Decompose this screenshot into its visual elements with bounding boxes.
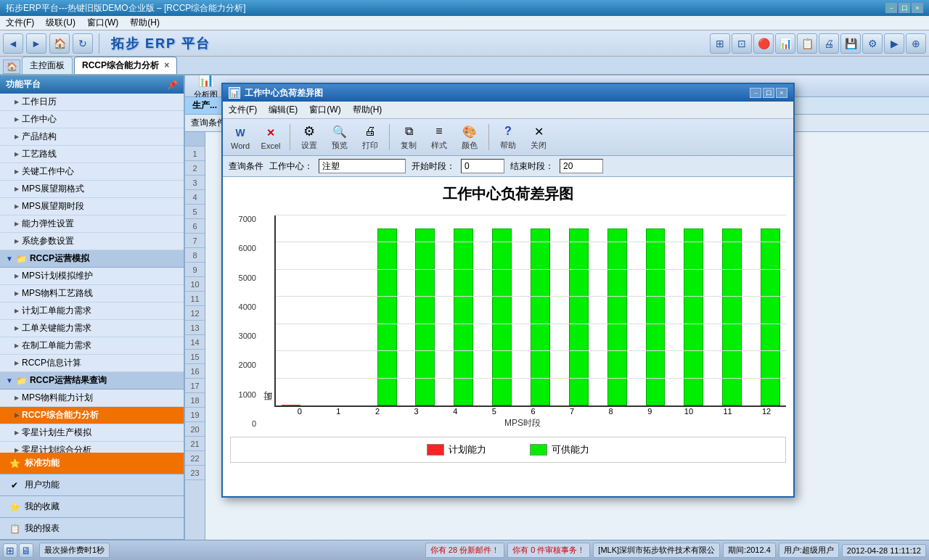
icon-btn-4[interactable]: 📊 (775, 33, 795, 54)
query-section-label: 查询条件 (229, 160, 263, 173)
maximize-button[interactable]: 口 (899, 3, 910, 13)
icon-btn-6[interactable]: 🖨 (819, 33, 839, 54)
tab-main[interactable]: 主控面板 (22, 57, 73, 74)
bar-avail-8 (607, 228, 627, 405)
sidebar-item-key-workcenter[interactable]: ▶关键工作中心 (0, 163, 184, 181)
sidebar-item-mps-bom[interactable]: ▶MPS物料工艺路线 (0, 285, 184, 302)
tool-close[interactable]: ✕ 关闭 (525, 122, 552, 152)
bar-group-4 (435, 215, 473, 405)
sidebar-section-rccp-query[interactable]: ▼ 📁 RCCP运营结果查询 (0, 372, 184, 390)
sidebar-item-process-route[interactable]: ▶工艺路线 (0, 146, 184, 163)
tool-excel[interactable]: ✕ Excel (258, 123, 284, 152)
sidebar-item-mps-period[interactable]: ▶MPS展望期时段 (0, 198, 184, 215)
tool-copy[interactable]: ⧉ 复制 (396, 122, 422, 152)
status-audit[interactable]: 你有 0 件审核事务！ (507, 543, 590, 558)
forward-button[interactable]: ► (26, 33, 46, 54)
tool-style[interactable]: ≡ 样式 (426, 122, 452, 152)
menu-window[interactable]: 窗口(W) (84, 15, 121, 30)
bar-plan-0 (282, 405, 300, 405)
tool-preview[interactable]: 🔍 预览 (327, 122, 353, 152)
home-tab-icon[interactable]: 🏠 (3, 59, 20, 74)
home-button[interactable]: 🏠 (49, 33, 70, 54)
sidebar-header-label: 功能平台 (6, 78, 41, 91)
help-icon: ? (499, 123, 517, 139)
dialog-title-bar: 📊 工作中心负荷差异图 － 口 × (223, 84, 793, 102)
color-icon: 🎨 (461, 123, 478, 139)
menu-help[interactable]: 帮助(H) (127, 15, 163, 30)
sidebar-item-wo-capacity[interactable]: ▶工单关键能力需求 (0, 320, 184, 337)
bar-group-2 (359, 215, 397, 405)
sidebar-item-workcenter[interactable]: ▶工作中心 (0, 111, 184, 128)
icon-btn-1[interactable]: ⊞ (710, 33, 730, 54)
status-email[interactable]: 你有 28 份新邮件！ (425, 543, 504, 558)
dialog-minimize-button[interactable]: － (750, 88, 761, 98)
sidebar-item-plan-capacity[interactable]: ▶计划工单能力需求 (0, 302, 184, 320)
sidebar-item-mps-format[interactable]: ▶MPS展望期格式 (0, 181, 184, 198)
icon-btn-2[interactable]: ⊡ (732, 33, 752, 54)
user-icon: ✔ (9, 479, 20, 491)
menu-file[interactable]: 文件(F) (3, 15, 37, 30)
dialog-maximize-button[interactable]: 口 (763, 88, 774, 98)
workcenter-input[interactable] (319, 159, 406, 173)
status-icon-1[interactable]: ⊞ (3, 543, 17, 558)
bar-group-10 (665, 215, 703, 405)
bar-avail-3 (415, 228, 435, 405)
reports-icon: 📋 (9, 523, 20, 535)
sidebar-btn-reports[interactable]: 📋 我的报表 (0, 518, 184, 540)
bar-avail-5 (492, 228, 512, 405)
sidebar-pin-icon[interactable]: 📌 (167, 80, 178, 90)
tool-word[interactable]: W Word (227, 123, 253, 152)
sidebar-item-sys-params[interactable]: ▶系统参数设置 (0, 233, 184, 250)
status-icon-2[interactable]: 🖥 (19, 543, 33, 558)
sidebar-item-product-structure[interactable]: ▶产品结构 (0, 128, 184, 146)
dialog-menu-window[interactable]: 窗口(W) (306, 102, 343, 118)
sidebar: 功能平台 📌 ▶工作日历 ▶工作中心 ▶产品结构 ▶工艺路线 ▶关键工作中心 ▶… (0, 75, 185, 540)
icon-btn-3[interactable]: 🔴 (753, 33, 774, 54)
end-input[interactable] (560, 159, 603, 173)
sidebar-item-rccp-analysis[interactable]: ▶RCCP综合能力分析 (0, 407, 184, 424)
bar-group-9 (627, 215, 666, 405)
status-left-icons: ⊞ 🖥 (3, 543, 33, 558)
tool-print[interactable]: 🖨 打印 (357, 122, 383, 152)
icon-btn-7[interactable]: 💾 (840, 33, 861, 54)
start-input[interactable] (461, 159, 504, 173)
tab-close-icon[interactable]: × (164, 60, 169, 70)
sidebar-item-spot-sim[interactable]: ▶零星计划生产模拟 (0, 424, 184, 442)
sidebar-section-icon: 📁 (16, 254, 27, 264)
dialog-menu-edit[interactable]: 编辑(E) (266, 102, 300, 118)
sidebar-item-mps-sim[interactable]: ▶MPS计划模拟维护 (0, 268, 184, 285)
x-label-0: 0 (280, 407, 319, 416)
tool-help[interactable]: ? 帮助 (495, 122, 521, 152)
sidebar-btn-favorites[interactable]: ⭐ 我的收藏 (0, 496, 184, 518)
y-axis-label: 工时 (259, 215, 274, 407)
sidebar-item-wip-capacity[interactable]: ▶在制工单能力需求 (0, 337, 184, 355)
menu-cascade[interactable]: 级联(U) (43, 15, 78, 30)
dialog-menu-help[interactable]: 帮助(H) (350, 102, 385, 118)
refresh-button[interactable]: ↻ (73, 33, 93, 54)
x-label-6: 6 (514, 407, 553, 416)
sidebar-item-capacity-flex[interactable]: ▶能力弹性设置 (0, 215, 184, 233)
excel-icon: ✕ (262, 125, 279, 141)
icon-btn-5[interactable]: 📋 (797, 33, 817, 54)
icon-btn-9[interactable]: ▶ (884, 33, 904, 54)
sidebar-item-calendar[interactable]: ▶工作日历 (0, 94, 184, 111)
tab-analysis[interactable]: RCCP综合能力分析 × (74, 57, 177, 74)
sidebar-btn-standard[interactable]: ⭐ 标准功能 (0, 453, 184, 474)
tool-settings[interactable]: ⚙ 设置 (296, 122, 322, 152)
icon-btn-8[interactable]: ⚙ (862, 33, 883, 54)
sidebar-item-mps-material[interactable]: ▶MPS物料能力计划 (0, 390, 184, 407)
sidebar-item-rccp-calc[interactable]: ▶RCCP信息计算 (0, 355, 184, 372)
close-button[interactable]: × (912, 3, 923, 13)
bar-group-11 (703, 215, 742, 405)
chart-with-ylabel: 工时 (259, 215, 786, 407)
back-button[interactable]: ◄ (3, 33, 23, 54)
tool-color[interactable]: 🎨 颜色 (457, 122, 483, 152)
minimize-button[interactable]: － (885, 3, 897, 13)
dialog-close-button[interactable]: × (776, 88, 787, 98)
word-icon: W (232, 125, 249, 141)
dialog-menu-file[interactable]: 文件(F) (226, 102, 260, 118)
sidebar-btn-user[interactable]: ✔ 用户功能 (0, 474, 184, 496)
tool-word-label: Word (231, 141, 250, 150)
sidebar-section-rccp-sim[interactable]: ▼ 📁 RCCP运营模拟 (0, 250, 184, 268)
icon-btn-10[interactable]: ⊕ (906, 33, 926, 54)
